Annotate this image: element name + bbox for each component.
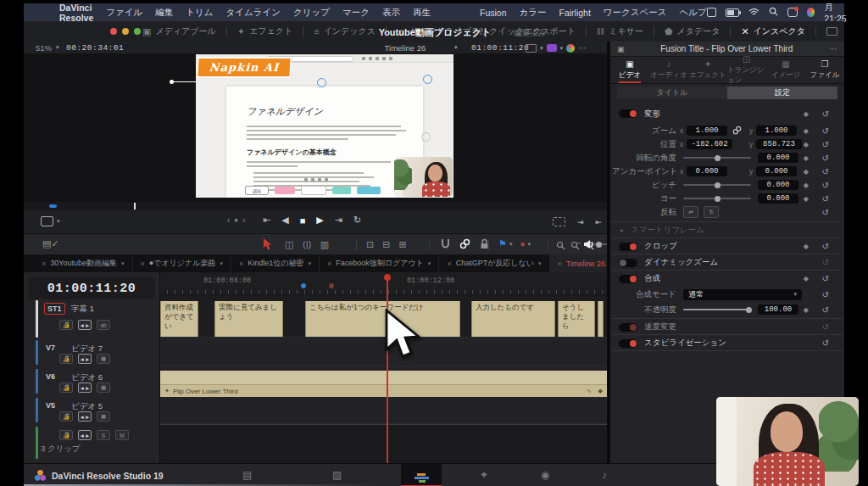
track-badge-v5[interactable]: V5 (46, 401, 55, 410)
match-frame-reverse-button[interactable]: ⇤ (596, 218, 603, 226)
scrub-playhead[interactable] (49, 204, 57, 208)
quick-export-button[interactable]: ⇧クイックエクスポート (477, 25, 576, 37)
flag-icon[interactable]: ⚑ (498, 238, 507, 249)
flip-vertical-button[interactable]: ⇅ (704, 206, 719, 218)
wifi-icon[interactable] (748, 8, 760, 18)
close-icon[interactable]: × (239, 260, 243, 268)
smart-reframe-label[interactable]: スマートリフレーム (631, 225, 704, 236)
anchor-x-field[interactable]: 0.000 (687, 166, 727, 176)
playhead[interactable] (387, 277, 388, 463)
play-button[interactable]: ▶ (316, 215, 323, 226)
custom-zoom-icon[interactable] (556, 238, 565, 254)
user-avatar-icon[interactable] (807, 8, 815, 17)
playhead-head[interactable] (384, 274, 391, 281)
page-cut-icon[interactable]: ▧ (332, 469, 342, 481)
reset-icon[interactable]: ↺ (822, 274, 829, 283)
page-fusion-icon[interactable]: ✦ (480, 469, 488, 481)
timeline-timecode[interactable]: 01:00:11:20 (29, 277, 154, 299)
reset-icon[interactable]: ↺ (822, 208, 829, 217)
track-badge-v7[interactable]: V7 (46, 344, 55, 352)
menu-fairlight[interactable]: Fairlight (559, 8, 590, 18)
window-controls[interactable] (110, 28, 141, 35)
anchor-y-field[interactable]: 0.000 (756, 166, 797, 176)
reset-icon[interactable]: ↺ (822, 140, 829, 149)
menu-workspace[interactable]: ワークスペース (604, 7, 667, 19)
track-lock-icon[interactable]: 🔏 (59, 430, 73, 440)
timeline-ruler[interactable]: 01:00:08:00 01:00:12:00 (159, 272, 607, 295)
tab-transition[interactable]: ◫トランジション (727, 56, 766, 83)
tab-video[interactable]: ▣ビデオ (610, 56, 649, 83)
subtab-settings[interactable]: 設定 (727, 87, 837, 99)
close-icon[interactable]: × (558, 260, 562, 268)
metadata-button[interactable]: ⬟メタデータ (665, 25, 721, 37)
in-out-range-icon[interactable] (553, 217, 565, 226)
keyframe-icon[interactable]: ◆ (804, 275, 809, 282)
track-enable-icon[interactable]: ▦ (97, 411, 110, 422)
reset-icon[interactable]: ↺ (822, 242, 829, 251)
marker-blue[interactable] (301, 283, 306, 288)
opacity-field[interactable]: 100.00 (758, 304, 798, 315)
inspector-menu-icon[interactable]: ⋯ (829, 44, 837, 53)
keyframe-icon[interactable]: ◆ (804, 141, 809, 148)
viewer-zoom-select[interactable]: 51% (36, 43, 52, 53)
curve-indicator-icon[interactable]: ∿ (587, 388, 592, 394)
link-clips-icon[interactable] (459, 237, 470, 253)
opacity-slider[interactable] (683, 309, 751, 310)
marker-icon[interactable]: ● (520, 239, 525, 249)
menu-timeline[interactable]: タイムライン (226, 7, 281, 19)
step-back-button[interactable]: ◀ (281, 215, 288, 226)
subtitle-clip[interactable]: そうしましたら (558, 301, 595, 337)
media-pool-button[interactable]: ▣メディアプール (142, 25, 216, 37)
minimize-window-button[interactable] (122, 28, 129, 35)
reset-icon[interactable]: ↺ (822, 126, 829, 136)
track-lock-icon[interactable]: 🔏 (59, 320, 73, 330)
subtab-title[interactable]: タイトル (617, 87, 727, 99)
track-enable-icon[interactable]: ▦ (97, 354, 110, 364)
snapping-magnet-icon[interactable] (441, 237, 450, 253)
timeline-tab[interactable]: ×Facebook強制ログアウト▾ (320, 254, 439, 272)
track-autoselect-icon[interactable]: ◄► (78, 320, 92, 330)
video-lane-v5[interactable] (159, 395, 607, 424)
mute-button[interactable]: M (115, 430, 129, 440)
track-badge-st1[interactable]: ST1 (44, 303, 65, 315)
viewer-frame-icon[interactable] (41, 216, 53, 226)
screen-record-icon[interactable] (707, 8, 716, 17)
battery-icon[interactable] (726, 8, 739, 17)
last-frame-button[interactable]: ⇥ (335, 215, 342, 226)
page-color-icon[interactable]: ◉ (541, 469, 549, 481)
tab-image[interactable]: ▦イメージ (766, 56, 805, 83)
track-lock-icon[interactable]: 🔏 (59, 383, 73, 393)
reset-icon[interactable]: ↺ (822, 290, 829, 299)
viewer-scrub-bar[interactable] (24, 202, 607, 210)
timeline-tab[interactable]: ×30Youtube動画編集▾ (34, 254, 133, 272)
reset-icon[interactable]: ↺ (822, 322, 829, 332)
viewer-canvas[interactable]: Napkin AI ファネルデザイン ファネルデザインの基本概念 (24, 53, 607, 202)
timeline-tab[interactable]: ×●でオリジナル楽曲▾ (133, 254, 231, 272)
dynamic-zoom-toggle[interactable] (619, 259, 637, 267)
zoom-x-field[interactable]: 1.000 (687, 126, 727, 136)
timeline-tab[interactable]: ×Kindle1位の秘密▾ (231, 254, 320, 272)
menu-playback[interactable]: 再生 (413, 7, 431, 19)
rotation-field[interactable]: 0.000 (758, 153, 798, 163)
match-frame-button[interactable]: ⇥ (577, 218, 584, 226)
stabilization-toggle[interactable] (619, 339, 637, 348)
track-autoselect-icon[interactable]: ◄► (78, 411, 92, 422)
expand-arrow-icon[interactable]: ▸ (620, 226, 624, 234)
source-timecode[interactable]: 00:20:34:01 (66, 43, 124, 53)
marker-maroon[interactable] (329, 283, 334, 288)
keyframe-icon[interactable]: ◆ (804, 243, 809, 250)
inspector-button[interactable]: ✕インスペクタ (741, 25, 805, 37)
keyframe-icon[interactable]: ◆ (804, 306, 809, 314)
rotation-slider[interactable] (683, 157, 751, 159)
page-fairlight-icon[interactable]: ♪ (602, 469, 607, 481)
stop-button[interactable]: ■ (300, 215, 306, 226)
page-media-icon[interactable]: ▤ (242, 469, 252, 481)
solo-button[interactable]: S (97, 430, 110, 440)
trim-edit-tool[interactable]: ◫ (285, 239, 293, 250)
effects-button[interactable]: ✦エフェクト (237, 25, 292, 37)
track-badge-v6[interactable]: V6 (46, 372, 55, 381)
track-autoselect-icon[interactable]: ◄► (78, 354, 92, 364)
yaw-field[interactable]: 0.000 (758, 193, 798, 204)
insert-clip-button[interactable]: ⊡ (366, 239, 374, 250)
composite-label[interactable]: 合成 (644, 273, 660, 284)
